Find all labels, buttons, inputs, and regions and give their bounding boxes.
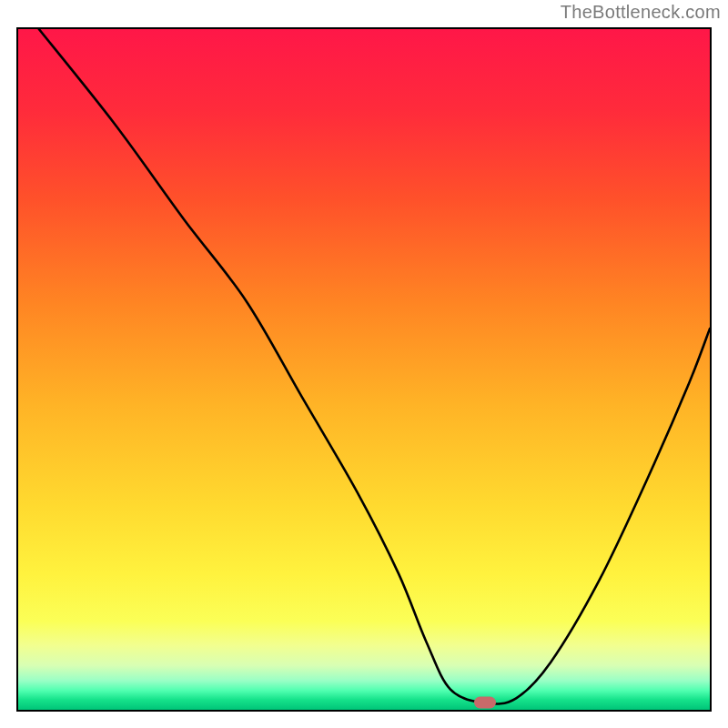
watermark-text: TheBottleneck.com: [561, 2, 721, 23]
gradient-background: [18, 29, 710, 710]
stage: TheBottleneck.com: [0, 0, 728, 728]
optimum-marker: [474, 696, 496, 708]
chart-svg: [18, 29, 710, 710]
chart-area: [16, 27, 712, 712]
